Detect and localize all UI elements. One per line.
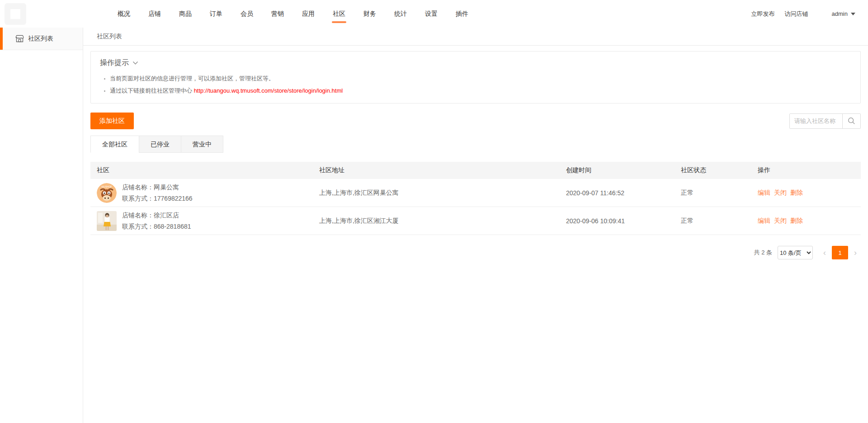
page-size-select[interactable]: 10 条/页	[778, 246, 813, 259]
prev-page-icon[interactable]: ‹	[819, 248, 830, 258]
contact-value: 17769822166	[154, 195, 193, 202]
edit-link[interactable]: 编辑	[758, 217, 770, 224]
user-menu[interactable]: admin	[832, 10, 855, 17]
visit-store-link[interactable]: 访问店铺	[785, 10, 808, 18]
username: admin	[832, 10, 848, 17]
community-address: 上海,上海市,徐汇区湘江大厦	[313, 217, 560, 225]
table-row: NIUSHOP	[90, 179, 861, 207]
top-bar: 概况 店铺 商品 订单 会员 营销 应用 社区 财务 统计 设置 插件 立即发布…	[0, 0, 868, 28]
breadcrumb: 社区列表	[97, 33, 122, 41]
created-time: 2020-09-07 11:46:52	[560, 189, 675, 197]
user-caret-icon	[851, 13, 855, 15]
nav-plugins[interactable]: 插件	[450, 0, 474, 28]
hint-line-2: 通过以下链接前往社区管理中心 http://tuangou.wq.tmusoft…	[110, 85, 851, 97]
shop-name: 网巢公寓	[154, 183, 179, 191]
created-time: 2020-09-06 10:09:41	[560, 217, 675, 225]
sidebar: 社区列表	[0, 28, 83, 423]
tab-closed[interactable]: 已停业	[139, 136, 181, 153]
status-text: 正常	[675, 189, 751, 197]
shop-info: 店铺名称：网巢公寓 联系方式：17769822166	[122, 182, 193, 204]
status-text: 正常	[675, 217, 751, 225]
nav-finance[interactable]: 财务	[358, 0, 382, 28]
tab-all-communities[interactable]: 全部社区	[90, 136, 139, 153]
contact-label: 联系方式：	[122, 195, 154, 202]
shop-name-label: 店铺名称：	[122, 183, 154, 191]
row-actions: 编辑关闭删除	[751, 217, 861, 225]
next-page-icon[interactable]: ›	[850, 248, 861, 258]
topbar-right: 立即发布 访问店铺 admin	[741, 10, 868, 18]
admin-app: 概况 店铺 商品 订单 会员 营销 应用 社区 财务 统计 设置 插件 立即发布…	[0, 0, 868, 423]
shop-name: 徐汇区店	[154, 212, 179, 219]
publish-now-link[interactable]: 立即发布	[751, 10, 775, 18]
nav-stats[interactable]: 统计	[389, 0, 412, 28]
col-created: 创建时间	[560, 166, 675, 174]
search-group	[789, 113, 861, 129]
table-header: 社区 社区地址 创建时间 社区状态 操作	[90, 162, 861, 179]
sidebar-item-label: 社区列表	[28, 35, 53, 43]
breadcrumb-bar: 社区列表	[83, 28, 868, 46]
operation-hint-box: 操作提示 当前页面对社区的信息进行管理，可以添加社区，管理社区等。 通过以下链接…	[90, 51, 861, 103]
hint-line-2-text: 通过以下链接前往社区管理中心	[110, 87, 194, 94]
col-actions: 操作	[751, 166, 861, 174]
nav-apps[interactable]: 应用	[297, 0, 320, 28]
search-icon	[848, 117, 855, 125]
nav-members[interactable]: 会员	[235, 0, 259, 28]
sidebar-item-community-list[interactable]: 社区列表	[0, 28, 83, 50]
col-status: 社区状态	[675, 166, 751, 174]
search-input[interactable]	[790, 114, 842, 128]
page-number-button[interactable]: 1	[832, 246, 848, 259]
hint-list: 当前页面对社区的信息进行管理，可以添加社区，管理社区等。 通过以下链接前往社区管…	[100, 72, 851, 97]
contact-label: 联系方式：	[122, 223, 154, 230]
hint-toggle[interactable]: 操作提示	[100, 58, 851, 68]
hint-title-text: 操作提示	[100, 58, 129, 68]
delete-link[interactable]: 删除	[790, 217, 803, 224]
contact-value: 868-2818681	[154, 223, 191, 230]
community-table: 社区 社区地址 创建时间 社区状态 操作 NIUSHOP	[90, 162, 861, 235]
search-button[interactable]	[842, 114, 860, 128]
status-tabs: 全部社区 已停业 营业中	[90, 136, 861, 153]
edit-link[interactable]: 编辑	[758, 189, 770, 196]
shop-info: 店铺名称：徐汇区店 联系方式：868-2818681	[122, 210, 191, 232]
col-community: 社区	[90, 166, 313, 174]
community-avatar: NIUSHOP	[97, 183, 117, 203]
shop-name-label: 店铺名称：	[122, 212, 154, 219]
main-content: 社区列表 操作提示 当前页面对社区的信息进行管理，可以添加社区，管理社区等。	[83, 28, 868, 423]
col-address: 社区地址	[313, 166, 560, 174]
delete-link[interactable]: 删除	[790, 189, 803, 196]
close-link[interactable]: 关闭	[774, 217, 787, 224]
nav-orders[interactable]: 订单	[204, 0, 228, 28]
add-community-button[interactable]: 添加社区	[90, 113, 134, 129]
close-link[interactable]: 关闭	[774, 189, 787, 196]
nav-overview[interactable]: 概况	[112, 0, 136, 28]
community-center-link[interactable]: http://tuangou.wq.tmusoft.com/store/stor…	[194, 87, 343, 94]
tab-open[interactable]: 营业中	[181, 136, 223, 153]
svg-text:NIUSHOP: NIUSHOP	[102, 185, 112, 188]
hint-line-1: 当前页面对社区的信息进行管理，可以添加社区，管理社区等。	[110, 72, 851, 85]
chevron-down-icon	[132, 61, 138, 65]
store-icon	[15, 35, 24, 42]
table-row: 店铺名称：徐汇区店 联系方式：868-2818681 上海,上海市,徐汇区湘江大…	[90, 207, 861, 235]
nav-marketing[interactable]: 营销	[266, 0, 289, 28]
row-actions: 编辑关闭删除	[751, 189, 861, 197]
total-count: 共 2 条	[754, 249, 772, 257]
toolbar: 添加社区	[90, 113, 861, 129]
community-avatar	[97, 211, 117, 231]
nav-community[interactable]: 社区	[327, 0, 351, 28]
nav-store[interactable]: 店铺	[143, 0, 166, 28]
nav-goods[interactable]: 商品	[174, 0, 197, 28]
hint-line-1-text: 当前页面对社区的信息进行管理，可以添加社区，管理社区等。	[110, 75, 274, 82]
logo-placeholder	[5, 3, 26, 25]
community-address: 上海,上海市,徐汇区网巢公寓	[313, 189, 560, 197]
pagination: 共 2 条 10 条/页 ‹ 1 ›	[90, 246, 861, 259]
top-nav: 概况 店铺 商品 订单 会员 营销 应用 社区 财务 统计 设置 插件	[108, 0, 477, 28]
nav-settings[interactable]: 设置	[420, 0, 443, 28]
